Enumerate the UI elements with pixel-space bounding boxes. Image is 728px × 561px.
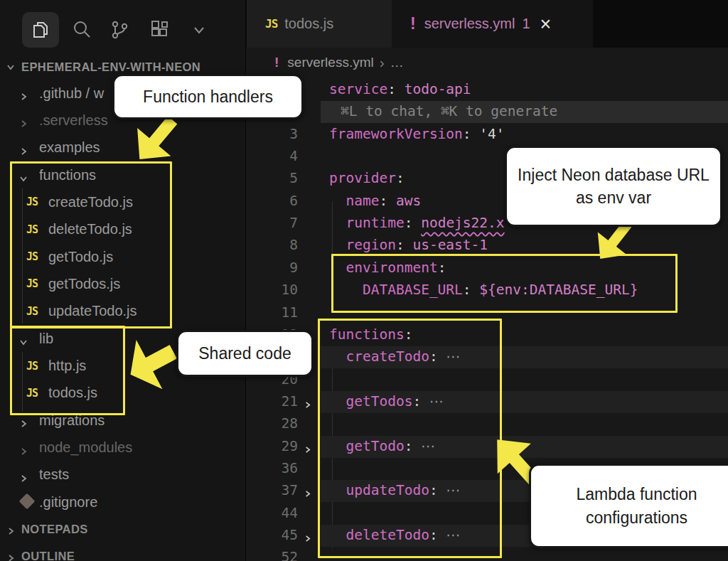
line-number: 36 [246,460,298,476]
close-icon[interactable]: × [540,17,552,31]
chevron-right-icon [18,444,28,460]
chevron-right-icon [18,89,28,105]
ai-hint-text: ⌘L to chat, ⌘K to generate [341,103,557,119]
callout-text: Lambda function configurations [544,483,728,528]
project-name: EPHEMERAL-ENV-WITH-NEON [21,60,200,74]
callout-lambda-config: Lambda function configurations [529,464,728,548]
tree-item-tests[interactable]: tests [0,461,245,488]
line-number: 7 [246,215,298,231]
search-icon[interactable] [63,12,100,48]
line-number: 52 [246,549,298,561]
tree-item-label: node_modules [39,439,132,456]
tree-item-label: tests [39,466,69,483]
problem-count-badge: 1 [522,16,530,32]
tree-item-label: .serverless [39,112,108,129]
js-badge-icon: JS [265,17,277,31]
line-number: 45 [246,527,298,543]
callout-shared-code: Shared code [176,330,314,377]
chevron-right-icon [18,144,28,160]
line-number: 28 [246,415,298,432]
code-text: provider: [329,170,405,186]
fold-chevron-icon[interactable] [303,397,312,413]
chevron-right-icon [18,416,28,432]
tab-label: serverless.yml [424,16,515,32]
line-number: 29 [246,438,298,454]
highlight-box-environment [331,254,678,313]
fold-chevron-icon[interactable] [303,530,312,547]
line-number: 5 [246,170,298,186]
more-chevron-icon[interactable] [181,12,218,48]
code-text: name: aws [329,193,421,209]
tree-item--gitignore[interactable]: .gitignore [0,488,245,515]
highlight-box-functions-config [318,319,502,558]
highlight-box-lib-folder [10,326,125,415]
tab-label: todos.js [284,16,333,32]
gitignore-icon [19,493,36,510]
callout-text: Function handlers [143,85,273,108]
fold-chevron-icon[interactable] [303,486,312,502]
line-number: 3 [246,126,298,142]
code-text: service: todo-api [329,81,471,97]
tree-item-label: .github / w [39,85,104,102]
callout-text: Inject Neon database URL as env var [517,164,710,209]
source-control-icon[interactable] [101,12,138,48]
code-text: region: us-east-1 [329,237,488,253]
line-number: 10 [246,282,298,298]
extensions-icon[interactable] [141,12,178,48]
tree-item-node-modules[interactable]: node_modules [0,434,245,461]
sidebar-section-outline[interactable]: OUTLINE [0,543,245,561]
tab-bar: JS todos.js ! serverless.yml 1 × [246,0,728,48]
line-number: 44 [246,505,298,521]
tree-item-label: examples [39,139,100,156]
chevron-down-icon [6,61,16,75]
callout-text: Shared code [198,342,291,365]
highlight-box-functions-folder [10,161,172,328]
code-line-3: 3frameworkVersion: '4' [246,124,728,146]
line-number: 37 [246,482,298,498]
breadcrumb: ! serverless.yml › … [246,48,728,77]
tab-todos-js[interactable]: JS todos.js [247,0,392,48]
tree-item-label: OUTLINE [21,550,75,561]
tree-item-label: NOTEPADS [21,523,88,536]
breadcrumb-file[interactable]: serverless.yml [287,55,373,70]
line-number: 6 [246,193,298,209]
code-line-2: 2⌘L to chat, ⌘K to generate [246,101,728,123]
breadcrumb-more[interactable]: … [390,55,404,70]
serverless-bang-icon: ! [274,55,279,70]
tab-serverless-yml[interactable]: ! serverless.yml 1 × [392,0,593,48]
sidebar-section-notepads[interactable]: NOTEPADS [0,516,245,543]
line-number: 8 [246,237,298,253]
chevron-right-icon [18,471,28,487]
code-text: runtime: nodejs22.x [329,215,505,231]
line-number: 11 [246,304,298,321]
tree-item-label: .gitignore [39,494,97,511]
chevron-right-icon [6,552,16,561]
activity-bar [0,7,245,51]
line-number: 4 [246,148,298,164]
callout-function-handlers: Function handlers [112,74,304,119]
line-number: 9 [246,260,298,276]
fold-chevron-icon[interactable] [303,442,312,458]
chevron-right-icon [18,116,28,132]
vscode-window: EPHEMERAL-ENV-WITH-NEON .github / w.serv… [0,0,728,561]
chevron-right-icon [6,525,16,539]
breadcrumb-separator: › [380,54,385,71]
explorer-icon[interactable] [22,12,59,48]
code-text: frameworkVersion: '4' [329,126,505,142]
callout-inject-neon: Inject Neon database URL as env var [505,146,722,227]
line-number: 21 [246,393,298,410]
code-line-1: 1service: todo-api [246,79,728,101]
serverless-bang-icon: ! [410,14,416,33]
